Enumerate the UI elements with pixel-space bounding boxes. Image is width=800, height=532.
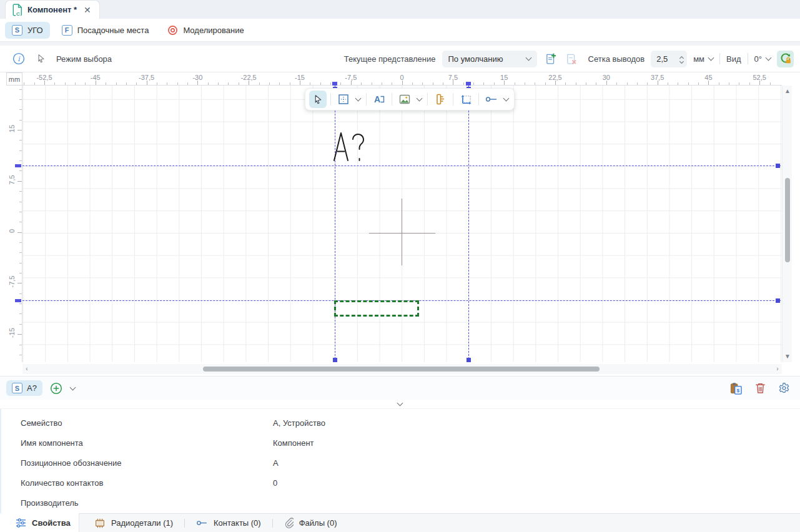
symbol-list-chevron[interactable]	[69, 387, 77, 390]
h-rlabel: -7,5	[345, 74, 357, 81]
delete-view-icon[interactable]	[564, 52, 578, 66]
scroll-down-icon[interactable]: ▼	[783, 352, 792, 361]
settings-gear-icon[interactable]	[777, 381, 791, 395]
vertical-scroll-thumb[interactable]	[785, 178, 790, 262]
add-view-icon[interactable]	[543, 52, 558, 66]
v-tick	[17, 130, 22, 131]
v-tick	[19, 160, 22, 161]
properties-panel: Семейство А, Устройство Имя компонента К…	[0, 408, 800, 514]
toolbar-separator	[719, 53, 720, 64]
h-tick	[300, 81, 300, 85]
scroll-left-icon[interactable]: ‹	[22, 365, 31, 373]
selection-rectangle[interactable]	[334, 300, 419, 317]
rotation-select[interactable]: 0°	[754, 54, 771, 64]
h-tick	[637, 82, 638, 85]
unit-select[interactable]: мм	[693, 54, 713, 64]
designator-graphic[interactable]	[332, 131, 372, 164]
h-tick	[515, 82, 515, 85]
origin-crosshair-horizontal	[369, 233, 435, 234]
h-tick	[116, 82, 117, 85]
paste-special-icon[interactable]: $	[729, 381, 744, 396]
transform-tool-button[interactable]	[457, 91, 475, 108]
chevron-down-icon	[679, 59, 684, 63]
h-tick	[770, 82, 771, 85]
pin-grid-stepper[interactable]: 2,5	[651, 51, 687, 67]
h-tick	[106, 82, 106, 85]
v-rlabel: 7,5	[8, 172, 16, 188]
selection-guide-vertical	[335, 86, 335, 362]
shape-tool-chevron[interactable]	[354, 98, 362, 101]
h-rlabel: 37,5	[651, 74, 664, 81]
section-tab-ugo[interactable]: S УГО	[5, 22, 50, 39]
scroll-right-icon[interactable]: ›	[773, 365, 782, 373]
horizontal-scroll-thumb[interactable]	[203, 367, 600, 372]
image-tool-button[interactable]	[396, 91, 413, 108]
selection-guide-vertical	[468, 86, 469, 362]
guide-handle[interactable]	[333, 358, 337, 362]
h-tick	[586, 82, 586, 85]
tab-properties[interactable]: Свойства	[0, 513, 79, 532]
vertical-scrollbar[interactable]: ▲ ▼	[782, 86, 792, 362]
stepper-arrows[interactable]	[680, 55, 683, 63]
delete-symbol-trash-icon[interactable]	[754, 381, 767, 395]
ruler-tool-button[interactable]	[432, 91, 449, 108]
v-tick	[19, 293, 22, 294]
property-value: 0	[273, 478, 277, 488]
h-tick	[708, 81, 709, 85]
section-tab-footprints-label: Посадочные места	[77, 26, 149, 35]
tab-files[interactable]: Файлы (0)	[277, 514, 345, 532]
property-row-manufacturer[interactable]: Производитель	[0, 493, 800, 513]
tab-separator	[184, 519, 185, 528]
guide-handle[interactable]	[776, 164, 780, 168]
tab-close-icon[interactable]: ✕	[82, 4, 93, 16]
property-row-family[interactable]: Семейство А, Устройство	[0, 413, 800, 433]
chevron-down-icon	[503, 96, 510, 102]
h-tick	[208, 82, 209, 85]
h-tick	[136, 82, 137, 85]
v-tick	[19, 150, 22, 151]
scroll-up-icon[interactable]: ▲	[783, 87, 792, 96]
chevron-down-icon	[766, 55, 772, 61]
guide-handle[interactable]	[467, 358, 471, 362]
section-tab-footprints[interactable]: F Посадочные места	[55, 22, 156, 39]
property-row-designator[interactable]: Позиционное обозначение А	[0, 453, 800, 473]
current-view-label: Текущее представление	[344, 54, 436, 64]
tab-parts[interactable]: Радиодетали (1)	[87, 514, 180, 532]
property-value: Компонент	[273, 438, 314, 448]
pin-grid-label: Сетка выводов	[588, 54, 645, 64]
panel-collapse-handle[interactable]	[0, 400, 800, 408]
h-tick	[177, 82, 178, 85]
h-tick	[126, 82, 127, 85]
origin-crosshair-vertical	[402, 199, 402, 265]
section-tab-modeling[interactable]: Моделирование	[160, 22, 250, 39]
v-tick	[17, 181, 22, 182]
h-tick	[545, 82, 546, 85]
schematic-canvas[interactable]: A?	[22, 86, 782, 362]
sync-lock-button[interactable]	[777, 51, 794, 67]
pin-tool-chevron[interactable]	[502, 98, 510, 101]
symbol-chip[interactable]: S A?	[6, 380, 42, 396]
sliders-icon	[16, 518, 26, 528]
h-tick	[54, 82, 55, 85]
tab-contacts[interactable]: Контакты (0)	[189, 514, 269, 532]
tab-component[interactable]: C Компонент * ✕	[5, 0, 100, 19]
horizontal-scrollbar[interactable]: ‹ ›	[22, 364, 782, 374]
v-tick	[19, 252, 22, 253]
property-row-pin-count[interactable]: Количество контактов 0	[0, 473, 800, 493]
add-symbol-icon[interactable]	[49, 381, 64, 396]
h-tick	[596, 82, 596, 85]
text-tool-button[interactable]: A	[370, 91, 388, 108]
h-rlabel: 45	[704, 74, 712, 81]
view-select[interactable]: По умолчанию	[442, 51, 537, 67]
guide-handle[interactable]	[776, 298, 780, 303]
designator-text: A?	[22, 86, 23, 86]
pin-tool-button[interactable]	[483, 91, 500, 108]
image-tool-chevron[interactable]	[415, 98, 423, 101]
select-tool-button[interactable]	[309, 91, 327, 108]
property-row-component-name[interactable]: Имя компонента Компонент	[0, 433, 800, 453]
property-label: Позиционное обозначение	[21, 458, 122, 468]
shape-tool-button[interactable]	[335, 91, 352, 108]
h-tick	[678, 82, 678, 85]
h-rlabel: -45	[91, 74, 101, 81]
info-icon[interactable]: i	[11, 51, 26, 66]
